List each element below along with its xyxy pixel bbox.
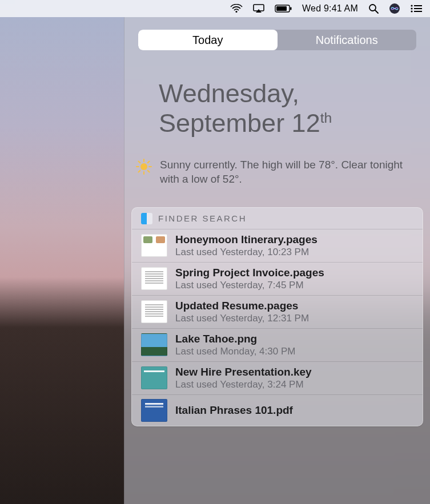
file-name: Spring Project Invoice.pages [175,267,413,279]
airplay-icon[interactable] [253,4,264,13]
svg-line-6 [375,10,378,13]
battery-icon[interactable] [275,5,292,13]
finder-icon [141,213,152,224]
finder-search-list: Honeymoon Itinerary.pagesLast used Yeste… [132,229,423,426]
file-text: Lake Tahoe.pngLast used Monday, 4:30 PM [175,333,413,357]
svg-line-19 [139,161,140,163]
svg-point-8 [411,5,412,6]
file-last-used: Last used Monday, 4:30 PM [175,346,413,357]
finder-result-item[interactable]: Updated Resume.pagesLast used Yesterday,… [132,295,423,328]
date-weekday: Wednesday, [159,79,409,108]
svg-rect-9 [414,5,422,6]
file-name: Lake Tahoe.png [175,333,413,345]
menubar-clock[interactable]: Wed 9:41 AM [302,3,358,14]
svg-point-5 [369,5,376,11]
file-text: Italian Phrases 101.pdf [175,404,413,417]
wifi-icon[interactable] [230,4,243,13]
file-thumbnail [141,333,167,356]
svg-point-0 [235,11,237,13]
tab-today[interactable]: Today [138,30,278,50]
svg-rect-13 [414,11,422,12]
file-text: Updated Resume.pagesLast used Yesterday,… [175,300,413,324]
notification-center: Today Notifications Wednesday, September… [124,17,430,504]
file-thumbnail [141,234,167,257]
finder-result-item[interactable]: Lake Tahoe.pngLast used Monday, 4:30 PM [132,328,423,361]
finder-search-title: FINDER SEARCH [158,213,247,223]
svg-line-22 [148,161,150,163]
file-name: Honeymoon Itinerary.pages [175,233,413,246]
siri-icon[interactable] [389,3,400,14]
svg-line-21 [139,170,140,172]
sun-icon [136,159,152,187]
tab-notifications[interactable]: Notifications [278,30,417,50]
file-thumbnail [141,300,167,323]
file-thumbnail [141,366,167,389]
file-name: Updated Resume.pages [175,300,413,312]
file-text: Spring Project Invoice.pagesLast used Ye… [175,267,413,291]
file-name: Italian Phrases 101.pdf [175,404,413,417]
svg-rect-4 [290,7,292,10]
date-monthday: September 12 [159,108,320,138]
weather-summary: Sunny currently. The high will be 78°. C… [160,158,409,187]
svg-line-20 [148,170,150,172]
file-text: Honeymoon Itinerary.pagesLast used Yeste… [175,233,413,258]
tab-today-label: Today [192,34,223,47]
weather-widget[interactable]: Sunny currently. The high will be 78°. C… [136,158,409,187]
date-heading: Wednesday, September 12th [159,79,409,138]
tab-notifications-label: Notifications [316,34,378,47]
spotlight-icon[interactable] [368,3,379,14]
finder-result-item[interactable]: Spring Project Invoice.pagesLast used Ye… [132,262,423,295]
svg-point-10 [411,7,412,9]
menubar: Wed 9:41 AM [0,0,430,17]
file-last-used: Last used Yesterday, 3:24 PM [175,379,413,390]
finder-search-widget: FINDER SEARCH Honeymoon Itinerary.pagesL… [131,207,423,426]
file-thumbnail [141,267,167,290]
notification-center-icon[interactable] [411,5,422,13]
file-name: New Hire Presentation.key [175,366,413,378]
file-last-used: Last used Yesterday, 10:23 PM [175,247,413,258]
finder-result-item[interactable]: Honeymoon Itinerary.pagesLast used Yeste… [132,229,423,262]
file-text: New Hire Presentation.keyLast used Yeste… [175,366,413,390]
file-last-used: Last used Yesterday, 12:31 PM [175,313,413,324]
date-ordinal: th [320,110,332,126]
finder-result-item[interactable]: Italian Phrases 101.pdf [132,394,423,426]
nc-segment-control: Today Notifications [138,30,416,50]
file-thumbnail [141,399,167,422]
finder-result-item[interactable]: New Hire Presentation.keyLast used Yeste… [132,361,423,394]
svg-rect-11 [414,8,422,9]
file-last-used: Last used Yesterday, 7:45 PM [175,280,413,291]
desktop: Wed 9:41 AM Today Notifications Wednesda… [0,0,430,504]
svg-rect-3 [276,6,287,11]
svg-point-12 [411,10,412,12]
svg-point-14 [140,163,147,170]
finder-search-header: FINDER SEARCH [132,208,423,229]
date-monthday-line: September 12th [159,108,409,138]
